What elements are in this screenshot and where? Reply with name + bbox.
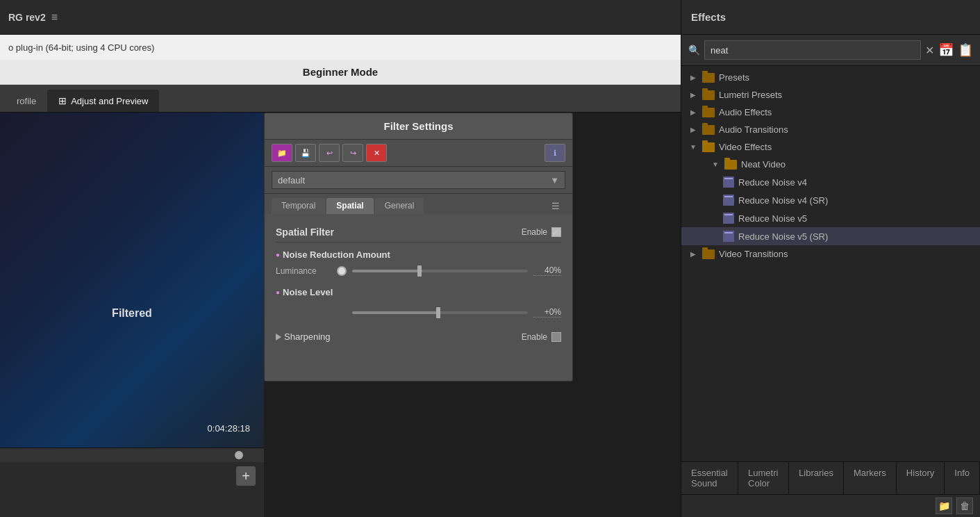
tree-item-reduce-noise-v4[interactable]: Reduce Noise v4 bbox=[681, 173, 980, 191]
luminance-slider-fill bbox=[352, 270, 422, 272]
luminance-slider-row: Luminance 40% bbox=[276, 265, 561, 276]
tab-temporal[interactable]: Temporal bbox=[272, 198, 325, 214]
search-clear-icon[interactable]: ✕ bbox=[925, 44, 934, 57]
sharpening-enable-label: Enable bbox=[522, 332, 547, 342]
bullet-icon-2: ● bbox=[276, 288, 280, 296]
expand-presets-icon[interactable]: ▶ bbox=[688, 73, 698, 83]
tab-menu-icon[interactable]: ☰ bbox=[546, 198, 565, 214]
noise-level-fill bbox=[352, 311, 440, 314]
tab-profile[interactable]: rofile bbox=[6, 90, 47, 112]
mode-label: Beginner Mode bbox=[303, 66, 378, 78]
left-panel: RG rev2 ≡ o plug-in (64-bit; using 4 CPU… bbox=[0, 0, 681, 517]
spatial-enable-checkbox[interactable]: ✓ bbox=[551, 227, 561, 237]
search-input[interactable] bbox=[704, 40, 921, 60]
preset-value: default bbox=[278, 175, 305, 186]
new-folder-button[interactable]: 📁 bbox=[936, 498, 952, 514]
noise-level-slider-row: +0% bbox=[276, 307, 561, 318]
sharpening-header: Sharpening Enable bbox=[276, 327, 561, 346]
spatial-enable-row: Enable ✓ bbox=[522, 227, 561, 237]
tab-adjust-label: Adjust and Preview bbox=[71, 96, 148, 106]
tab-markers[interactable]: Markers bbox=[844, 462, 897, 494]
tree-item-lumetri-presets[interactable]: ▶ Lumetri Presets bbox=[681, 86, 980, 104]
luminance-value: 40% bbox=[533, 265, 561, 276]
expand-audio-effects-icon[interactable]: ▶ bbox=[688, 108, 698, 117]
folder-lumetri-presets-icon bbox=[702, 90, 715, 100]
search-icon: 🔍 bbox=[688, 44, 700, 56]
tree-item-audio-effects[interactable]: ▶ Audio Effects bbox=[681, 104, 980, 121]
tab-essential-sound[interactable]: Essential Sound bbox=[681, 462, 738, 494]
preset-select[interactable]: default ▼ bbox=[272, 171, 565, 189]
tree-label-reduce-noise-v4-sr: Reduce Noise v4 (SR) bbox=[738, 195, 828, 206]
tab-spatial[interactable]: Spatial bbox=[326, 198, 373, 214]
spatial-enable-label: Enable bbox=[522, 227, 547, 237]
sharpening-expand-icon bbox=[276, 334, 281, 340]
tree-label-neat-video: Neat Video bbox=[741, 159, 786, 170]
list-icon[interactable]: 📋 bbox=[958, 42, 973, 58]
expand-neat-video-icon[interactable]: ▼ bbox=[711, 160, 720, 170]
mode-bar: Beginner Mode bbox=[0, 60, 681, 85]
tab-libraries[interactable]: Libraries bbox=[789, 462, 844, 494]
folder-neat-video-icon bbox=[724, 160, 737, 170]
tree-item-audio-transitions[interactable]: ▶ Audio Transitions bbox=[681, 121, 980, 138]
reset-button[interactable]: ✕ bbox=[366, 144, 387, 162]
spatial-filter-header: Spatial Filter Enable ✓ bbox=[276, 222, 561, 243]
tab-history[interactable]: History bbox=[897, 462, 945, 494]
tree-label-lumetri-presets: Lumetri Presets bbox=[719, 90, 782, 100]
tree-item-neat-video[interactable]: ▼ Neat Video bbox=[681, 156, 980, 173]
delete-button[interactable]: 🗑 bbox=[956, 498, 973, 514]
noise-reduction-title: ● Noise Reduction Amount bbox=[276, 249, 561, 260]
noise-level-value: +0% bbox=[533, 307, 561, 318]
add-button[interactable]: + bbox=[236, 466, 256, 486]
expand-video-transitions-icon[interactable]: ▶ bbox=[688, 249, 698, 259]
tree-item-reduce-noise-v4-sr[interactable]: Reduce Noise v4 (SR) bbox=[681, 191, 980, 209]
bullet-icon: ● bbox=[276, 251, 280, 258]
tree-item-presets[interactable]: ▶ Presets bbox=[681, 69, 980, 86]
noise-level-title: ● Noise Level bbox=[276, 287, 333, 297]
scrubber[interactable] bbox=[0, 448, 264, 462]
preset-row: default ▼ bbox=[265, 167, 572, 194]
expand-lumetri-presets-icon[interactable]: ▶ bbox=[688, 90, 698, 100]
tree-item-video-transitions[interactable]: ▶ Video Transitions bbox=[681, 245, 980, 263]
open-preset-button[interactable]: 📁 bbox=[272, 144, 292, 162]
tabs-row: rofile ⊞ Adjust and Preview bbox=[0, 85, 681, 113]
tab-info[interactable]: Info bbox=[945, 462, 980, 494]
luminance-slider-track[interactable] bbox=[352, 270, 528, 272]
tree-label-video-effects: Video Effects bbox=[719, 142, 772, 152]
menu-icon[interactable]: ≡ bbox=[51, 11, 58, 24]
tree-label-reduce-noise-v5: Reduce Noise v5 bbox=[738, 213, 807, 224]
video-label: Filtered bbox=[112, 307, 152, 320]
noise-level-header: ● Noise Level bbox=[276, 283, 561, 307]
effects-title: Effects bbox=[691, 11, 726, 23]
expand-video-effects-icon[interactable]: ▼ bbox=[688, 142, 698, 152]
effects-tree: ▶ Presets ▶ Lumetri Presets ▶ Audio Effe… bbox=[681, 66, 980, 461]
tab-general[interactable]: General bbox=[375, 198, 424, 214]
noise-level-thumb[interactable] bbox=[436, 307, 440, 318]
undo-button[interactable]: ↩ bbox=[319, 144, 340, 162]
video-area: Filtered 0:04:28:18 + bbox=[0, 113, 264, 517]
right-panel: Effects 🔍 ✕ 📅 📋 ▶ Presets ▶ Lumetri Pres… bbox=[681, 0, 980, 517]
folder-presets-icon bbox=[702, 73, 715, 83]
folder-video-effects-icon bbox=[702, 142, 715, 152]
filter-content: Spatial Filter Enable ✓ ● Noise Reductio… bbox=[265, 214, 572, 381]
luminance-slider-circle bbox=[337, 266, 347, 276]
tree-item-reduce-noise-v5[interactable]: Reduce Noise v5 bbox=[681, 209, 980, 227]
tree-item-video-effects[interactable]: ▼ Video Effects bbox=[681, 138, 980, 156]
tab-profile-label: rofile bbox=[17, 96, 36, 106]
calendar-icon[interactable]: 📅 bbox=[938, 42, 954, 58]
filter-dialog-title: Filter Settings bbox=[265, 113, 572, 140]
tab-adjust-preview[interactable]: ⊞ Adjust and Preview bbox=[47, 90, 159, 112]
folder-audio-transitions-icon bbox=[702, 125, 715, 135]
file-reduce-noise-v5-icon bbox=[723, 213, 734, 224]
sharpening-enable-checkbox[interactable] bbox=[551, 332, 561, 342]
expand-audio-transitions-icon[interactable]: ▶ bbox=[688, 125, 698, 135]
noise-level-slider-track[interactable] bbox=[352, 311, 528, 314]
bottom-panels: Essential Sound Lumetri Color Libraries … bbox=[681, 461, 980, 517]
redo-button[interactable]: ↪ bbox=[342, 144, 363, 162]
scrubber-knob[interactable] bbox=[235, 451, 243, 459]
tab-lumetri-color[interactable]: Lumetri Color bbox=[738, 462, 789, 494]
info-button[interactable]: ℹ bbox=[545, 144, 565, 162]
luminance-slider-thumb[interactable] bbox=[417, 265, 422, 277]
tree-item-reduce-noise-v5-sr[interactable]: Reduce Noise v5 (SR) bbox=[681, 227, 980, 245]
filter-tabs: Temporal Spatial General ☰ bbox=[265, 194, 572, 214]
save-preset-button[interactable]: 💾 bbox=[295, 144, 316, 162]
